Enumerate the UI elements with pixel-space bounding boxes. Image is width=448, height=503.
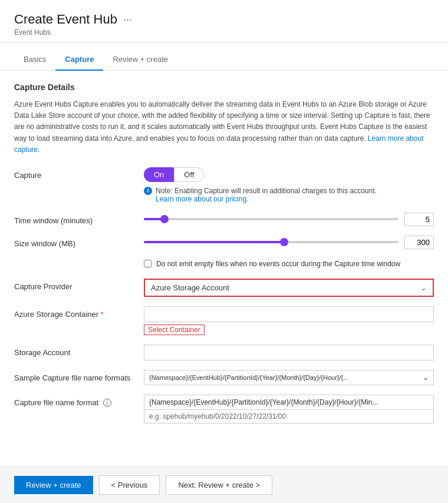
tab-basics[interactable]: Basics bbox=[14, 49, 55, 71]
header-more-icon[interactable]: ··· bbox=[123, 14, 132, 26]
page-title-row: Create Event Hub ··· bbox=[14, 12, 434, 27]
footer: Review + create < Previous Next: Review … bbox=[0, 466, 448, 503]
page-subtitle: Event Hubs bbox=[14, 28, 434, 37]
size-window-track[interactable] bbox=[144, 241, 398, 243]
size-window-control bbox=[144, 236, 434, 249]
capture-provider-control: Azure Storage Account ⌄ bbox=[144, 279, 434, 297]
sample-format-label: Sample Capture file name formats bbox=[14, 370, 144, 382]
storage-container-row: Azure Storage Container * Select Contain… bbox=[14, 306, 434, 335]
page-header: Create Event Hub ··· Event Hubs bbox=[0, 0, 448, 43]
content-area: Capture Details Azure Event Hubs Capture… bbox=[0, 71, 448, 466]
chevron-down-icon: ⌄ bbox=[420, 283, 427, 292]
required-asterisk: * bbox=[101, 310, 104, 319]
capture-format-input-display: {Namespace}/{EventHub}/{PartitionId}/{Ye… bbox=[144, 395, 434, 410]
info-icon: i bbox=[144, 187, 152, 195]
time-window-label: Time window (minutes) bbox=[14, 213, 144, 225]
next-button[interactable]: Next: Review + create > bbox=[166, 475, 272, 495]
toggle-off-button[interactable]: Off bbox=[174, 167, 204, 182]
time-window-value-field bbox=[404, 213, 434, 226]
size-window-row: Size window (MB) bbox=[14, 236, 434, 249]
size-window-input[interactable] bbox=[404, 236, 434, 249]
capture-format-label: Capture file name format i bbox=[14, 395, 144, 408]
size-window-value-field bbox=[404, 236, 434, 249]
size-window-fill bbox=[144, 241, 284, 243]
capture-row: Capture On Off i Note: Enabling Capture … bbox=[14, 167, 434, 203]
sample-format-row: Sample Capture file name formats {Namesp… bbox=[14, 370, 434, 385]
capture-note: i Note: Enabling Capture will result in … bbox=[144, 187, 434, 203]
sample-format-chevron-icon: ⌄ bbox=[423, 373, 429, 382]
capture-description: Azure Event Hubs Capture enables you to … bbox=[14, 99, 434, 155]
storage-container-input[interactable] bbox=[144, 306, 434, 322]
capture-control: On Off i Note: Enabling Capture will res… bbox=[144, 167, 434, 203]
empty-files-checkbox[interactable] bbox=[144, 260, 151, 267]
size-window-thumb[interactable] bbox=[280, 238, 288, 246]
storage-container-label: Azure Storage Container * bbox=[14, 306, 144, 319]
toggle-on-button[interactable]: On bbox=[144, 167, 174, 182]
review-create-button[interactable]: Review + create bbox=[14, 476, 93, 494]
pricing-link[interactable]: Learn more about our pricing. bbox=[156, 195, 248, 203]
capture-provider-label: Capture Provider bbox=[14, 279, 144, 291]
capture-format-example: e.g. spehub/myehub/0/2022/10/27/22/31/00 bbox=[144, 410, 434, 423]
storage-account-label: Storage Account bbox=[14, 345, 144, 357]
empty-files-label: Do not emit empty files when no events o… bbox=[156, 259, 400, 269]
capture-format-control: {Namespace}/{EventHub}/{PartitionId}/{Ye… bbox=[144, 395, 434, 423]
tab-capture[interactable]: Capture bbox=[55, 49, 103, 71]
size-window-label: Size window (MB) bbox=[14, 236, 144, 248]
time-window-control bbox=[144, 213, 434, 226]
select-container-link[interactable]: Select Container bbox=[144, 325, 205, 335]
capture-provider-dropdown[interactable]: Azure Storage Account ⌄ bbox=[144, 279, 434, 297]
storage-account-input[interactable] bbox=[144, 345, 434, 360]
time-window-slider-row bbox=[144, 213, 434, 226]
capture-label: Capture bbox=[14, 167, 144, 180]
storage-account-control bbox=[144, 345, 434, 360]
tab-review-create[interactable]: Review + create bbox=[103, 49, 177, 71]
storage-container-control: Select Container bbox=[144, 306, 434, 335]
capture-toggle-group: On Off bbox=[144, 167, 434, 182]
storage-account-row: Storage Account bbox=[14, 345, 434, 360]
capture-provider-row: Capture Provider Azure Storage Account ⌄ bbox=[14, 279, 434, 297]
time-window-track[interactable] bbox=[144, 218, 398, 220]
tabs: Basics Capture Review + create bbox=[0, 49, 448, 71]
time-window-input[interactable] bbox=[404, 213, 434, 226]
capture-provider-value: Azure Storage Account bbox=[151, 283, 229, 292]
time-window-thumb[interactable] bbox=[160, 215, 169, 223]
size-window-slider-row bbox=[144, 236, 434, 249]
sample-format-value: {Namespace}/{EventHub}/{PartitionId}/{Ye… bbox=[149, 374, 419, 381]
note-text: Note: Enabling Capture will result in ad… bbox=[156, 187, 377, 195]
sample-format-control: {Namespace}/{EventHub}/{PartitionId}/{Ye… bbox=[144, 370, 434, 385]
capture-format-row: Capture file name format i {Namespace}/{… bbox=[14, 395, 434, 423]
empty-files-checkbox-row: Do not emit empty files when no events o… bbox=[144, 259, 434, 269]
capture-format-info-icon: i bbox=[103, 399, 111, 407]
section-title: Capture Details bbox=[14, 82, 434, 92]
time-window-row: Time window (minutes) bbox=[14, 213, 434, 226]
previous-button[interactable]: < Previous bbox=[99, 475, 160, 495]
page-title: Create Event Hub bbox=[14, 12, 117, 27]
sample-format-dropdown[interactable]: {Namespace}/{EventHub}/{PartitionId}/{Ye… bbox=[144, 370, 434, 385]
